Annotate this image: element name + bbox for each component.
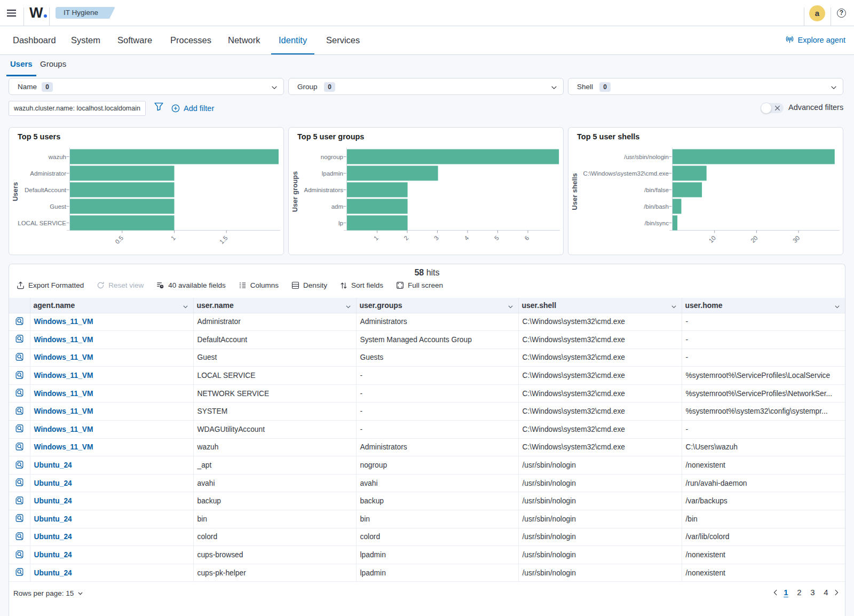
svg-text:1.5: 1.5	[218, 234, 229, 245]
svg-text:1: 1	[170, 234, 177, 241]
svg-text:4: 4	[463, 234, 470, 241]
svg-text:nogroup: nogroup	[321, 154, 343, 160]
svg-text:3: 3	[433, 234, 440, 241]
svg-text:/bin/false: /bin/false	[644, 187, 669, 193]
svg-text:Guest: Guest	[50, 203, 66, 210]
svg-text:/bin/bash: /bin/bash	[644, 203, 669, 210]
svg-text:wazuh: wazuh	[48, 154, 66, 160]
svg-text:10: 10	[708, 234, 717, 244]
svg-text:/usr/sbin/nologin: /usr/sbin/nologin	[624, 154, 669, 160]
svg-text:adm: adm	[331, 203, 343, 210]
svg-text:2: 2	[402, 234, 409, 241]
svg-text:1: 1	[373, 234, 379, 241]
svg-text:5: 5	[493, 234, 500, 241]
svg-text:DefaultAccount: DefaultAccount	[25, 187, 67, 193]
svg-text:Administrators: Administrators	[304, 187, 344, 193]
svg-text:LOCAL SERVICE: LOCAL SERVICE	[18, 220, 66, 226]
svg-text:C:\Windows\system32\cmd.exe: C:\Windows\system32\cmd.exe	[583, 170, 669, 177]
svg-text:lp: lp	[338, 220, 343, 226]
svg-text:Users: Users	[11, 182, 19, 201]
svg-text:0.5: 0.5	[114, 234, 124, 245]
svg-text:/bin/sync: /bin/sync	[645, 220, 669, 226]
svg-text:6: 6	[523, 234, 530, 241]
svg-text:lpadmin: lpadmin	[322, 170, 343, 177]
svg-text:User shells: User shells	[571, 173, 579, 210]
svg-text:20: 20	[749, 234, 759, 244]
svg-text:Administrator: Administrator	[30, 170, 66, 177]
svg-text:30: 30	[792, 234, 801, 244]
svg-text:User groups: User groups	[291, 171, 299, 212]
